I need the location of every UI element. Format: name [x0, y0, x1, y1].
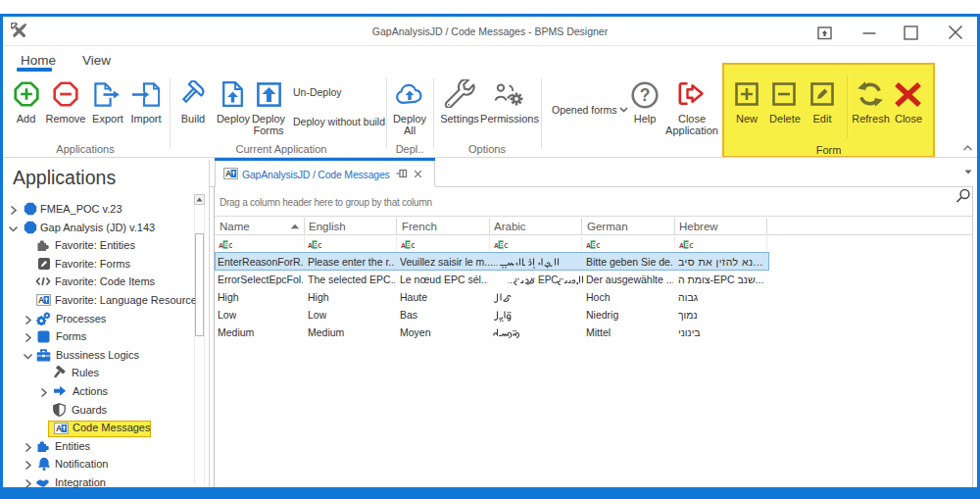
- svg-text:EPC: EPC: [538, 274, 559, 285]
- svg-text:C: C: [596, 242, 600, 249]
- svg-text:C: C: [318, 242, 321, 249]
- svg-text:C: C: [411, 242, 415, 249]
- svg-text:A: A: [225, 169, 231, 178]
- svg-text:C: C: [689, 242, 693, 249]
- svg-text:A: A: [679, 242, 684, 249]
- svg-text:A: A: [38, 295, 44, 305]
- svg-text:?: ?: [640, 85, 651, 105]
- svg-text:A: A: [586, 242, 591, 249]
- svg-text:A: A: [494, 242, 499, 249]
- svg-text:A: A: [56, 424, 62, 433]
- svg-text:C: C: [504, 242, 508, 249]
- svg-text:C: C: [228, 242, 232, 249]
- svg-text:A: A: [401, 242, 406, 249]
- svg-text:A: A: [219, 242, 223, 249]
- svg-text:A: A: [308, 242, 313, 249]
